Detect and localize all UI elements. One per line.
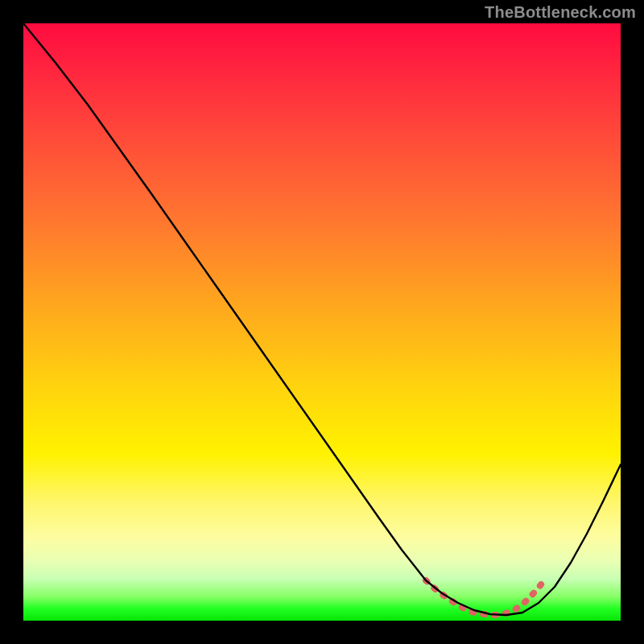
chart-overlay [23, 23, 621, 621]
chart-stage: TheBottleneck.com [0, 0, 644, 644]
watermark-text: TheBottleneck.com [485, 3, 636, 22]
valley-accent-line [426, 580, 542, 615]
main-curve [23, 23, 621, 615]
